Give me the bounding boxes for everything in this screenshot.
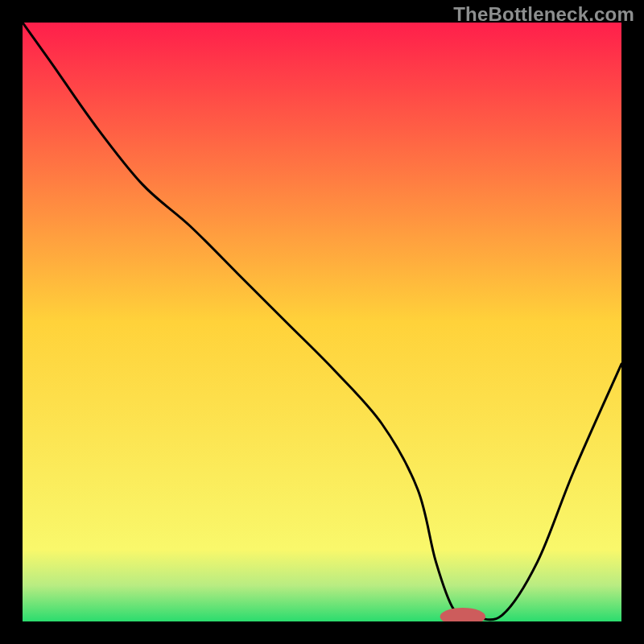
chart-frame: TheBottleneck.com	[0, 0, 644, 644]
bottleneck-chart	[23, 23, 621, 621]
gradient-background	[23, 23, 621, 621]
